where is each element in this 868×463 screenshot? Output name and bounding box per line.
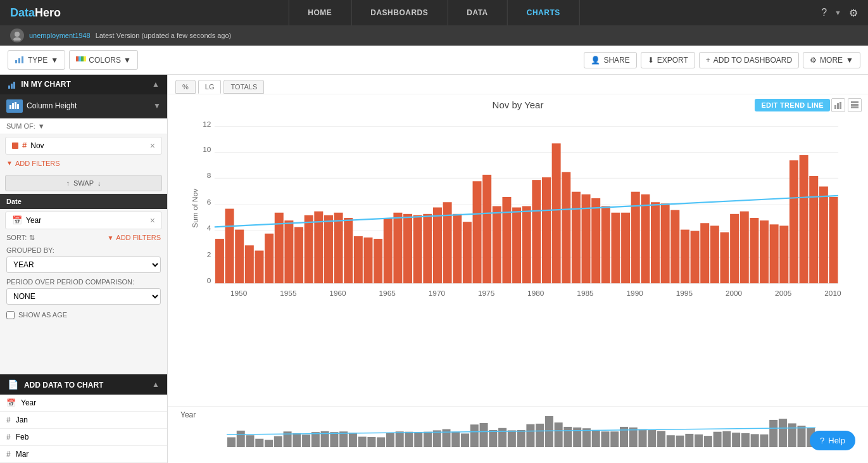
svg-rect-123: [311, 432, 320, 447]
show-as-age-checkbox[interactable]: [6, 311, 15, 319]
svg-rect-70: [542, 177, 551, 283]
nav-dashboards[interactable]: DASHBOARDS: [351, 0, 448, 25]
sort-arrows-icon: ⇅: [29, 234, 35, 242]
svg-rect-62: [463, 222, 472, 283]
bar-chart-view-icon[interactable]: [831, 98, 845, 112]
svg-rect-45: [294, 227, 303, 283]
add-data-icon: 📄: [8, 379, 18, 390]
column-height-label: Column Height: [27, 101, 149, 110]
svg-rect-169: [741, 433, 750, 447]
type-button[interactable]: TYPE ▼: [8, 50, 65, 70]
data-table-view-icon[interactable]: [848, 98, 862, 112]
svg-rect-116: [246, 435, 255, 447]
svg-rect-171: [760, 434, 768, 447]
chart-tabs: % LG TOTALS: [168, 75, 868, 94]
nov-remove-icon[interactable]: ×: [150, 141, 155, 151]
svg-rect-65: [493, 206, 501, 283]
add-dashboard-button[interactable]: + ADD TO DASHBOARD: [699, 52, 799, 68]
svg-rect-4: [22, 56, 23, 63]
svg-rect-49: [334, 213, 343, 283]
svg-rect-68: [522, 206, 531, 283]
add-data-expand-icon[interactable]: ▲: [152, 380, 160, 389]
chart-type-icon: [6, 99, 23, 113]
svg-rect-162: [676, 436, 684, 447]
swap-label: SWAP: [73, 179, 94, 187]
svg-rect-155: [610, 431, 619, 447]
svg-rect-85: [691, 231, 700, 284]
svg-rect-164: [695, 434, 703, 447]
add-filters-link2[interactable]: ADD FILTERS: [116, 234, 161, 241]
svg-rect-145: [517, 430, 525, 447]
more-button[interactable]: ⚙ MORE ▼: [803, 52, 860, 68]
svg-rect-127: [349, 433, 357, 447]
svg-rect-159: [648, 429, 656, 447]
svg-rect-166: [714, 432, 722, 447]
colors-button[interactable]: COLORS ▼: [69, 50, 138, 70]
svg-rect-142: [489, 430, 497, 447]
svg-rect-46: [305, 215, 313, 283]
add-filters-link[interactable]: ADD FILTERS: [15, 160, 60, 167]
mar-data-label: Mar: [16, 450, 29, 459]
svg-rect-97: [809, 176, 818, 283]
filename-link[interactable]: unemployment1948: [29, 32, 91, 39]
tab-lg[interactable]: LG: [198, 80, 222, 94]
grouped-by-select[interactable]: YEAR: [6, 257, 161, 273]
nov-hash-icon: #: [22, 141, 27, 150]
period-select[interactable]: NONE: [6, 288, 161, 305]
hash-feb-icon: #: [6, 433, 11, 441]
svg-rect-121: [292, 433, 301, 447]
svg-rect-86: [700, 223, 709, 283]
svg-rect-52: [364, 238, 373, 283]
svg-rect-59: [433, 207, 442, 283]
svg-text:2010: 2010: [824, 289, 841, 298]
show-as-age-row: SHOW AS AGE: [0, 307, 167, 323]
swap-button[interactable]: ↑ SWAP ↓: [5, 175, 162, 191]
field-mar[interactable]: # Mar: [0, 446, 167, 463]
more-label: MORE: [820, 56, 843, 65]
help-icon[interactable]: ?: [821, 7, 827, 18]
year-data-label: Year: [21, 398, 36, 407]
add-data-label: ADD DATA TO CHART: [24, 381, 104, 390]
svg-rect-99: [829, 197, 838, 283]
share-button[interactable]: 👤 SHARE: [584, 52, 636, 68]
svg-text:12: 12: [203, 120, 211, 129]
year-field-label: Year: [26, 216, 41, 225]
svg-rect-19: [851, 101, 859, 103]
help-label: Help: [828, 436, 845, 445]
swap-right-icon: ↓: [97, 179, 101, 187]
chart-view-icons: [831, 98, 862, 112]
svg-rect-134: [414, 432, 422, 447]
export-button[interactable]: ⬇ EXPORT: [641, 52, 695, 68]
swap-left-icon: ↑: [66, 179, 70, 187]
field-jan[interactable]: # Jan: [0, 412, 167, 429]
svg-rect-135: [424, 432, 432, 447]
field-year[interactable]: 📅 Year: [0, 395, 167, 412]
nav-charts[interactable]: CHARTS: [508, 0, 580, 25]
help-button[interactable]: ? Help: [810, 431, 855, 450]
jan-data-label: Jan: [16, 415, 28, 424]
svg-rect-57: [413, 215, 422, 283]
tab-percent[interactable]: %: [175, 80, 196, 94]
svg-rect-140: [470, 424, 479, 447]
main-layout: IN MY CHART ▲ Column Height ▼ SUM OF: ▼: [0, 75, 868, 463]
tab-totals[interactable]: TOTALS: [223, 80, 264, 94]
svg-rect-168: [732, 433, 740, 447]
nav-home[interactable]: HOME: [288, 0, 351, 25]
svg-rect-128: [358, 437, 367, 448]
svg-rect-95: [789, 160, 798, 283]
svg-rect-71: [552, 143, 561, 283]
export-label: EXPORT: [657, 56, 688, 65]
field-feb[interactable]: # Feb: [0, 429, 167, 446]
svg-rect-175: [797, 426, 805, 447]
svg-text:1980: 1980: [527, 289, 544, 298]
collapse-icon[interactable]: ▲: [152, 80, 160, 89]
nov-color-indicator: [12, 143, 18, 149]
chart-type-selector[interactable]: Column Height ▼: [0, 94, 167, 118]
nav-data[interactable]: DATA: [448, 0, 508, 25]
year-remove-icon[interactable]: ×: [150, 215, 155, 225]
svg-rect-158: [639, 429, 647, 447]
svg-rect-160: [657, 431, 665, 447]
settings-icon[interactable]: ⚙: [849, 7, 858, 19]
svg-rect-161: [667, 435, 675, 447]
edit-trend-button[interactable]: EDIT TREND LINE: [755, 99, 830, 111]
